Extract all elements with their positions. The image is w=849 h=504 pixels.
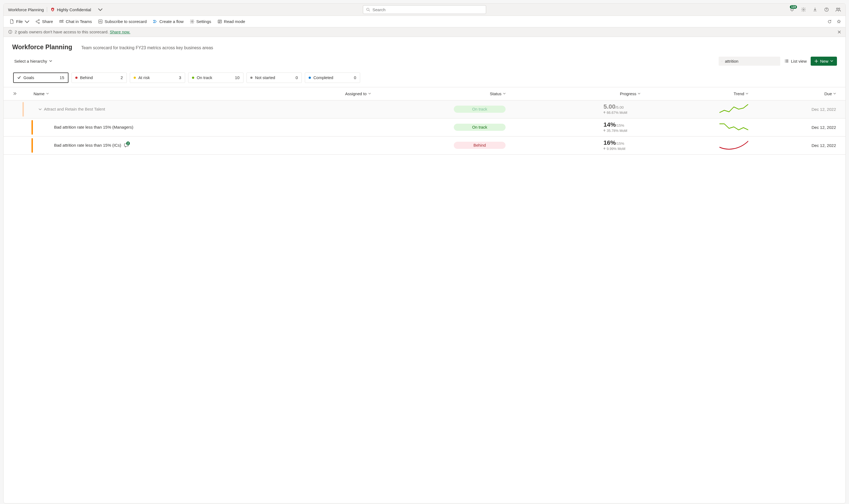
search-icon [722,59,723,63]
expand-all-button[interactable] [13,92,34,95]
arrow-up-icon [603,147,606,150]
status-filter-count: 10 [235,75,240,80]
status-filter-count: 0 [295,75,298,80]
progress-value: 16%/15% [603,140,624,146]
file-icon [10,19,14,24]
chevron-down-icon [368,93,371,94]
chevron-down-icon [746,93,748,94]
favorite-button[interactable] [837,19,841,24]
search-icon [366,8,370,12]
row-status-bar [32,120,33,134]
goals-table: Name Assigned to Status Progress Trend D… [3,87,846,503]
column-due[interactable]: Due [748,91,836,96]
status-filter-count: 0 [354,75,356,80]
goals-filter[interactable] [718,57,780,66]
goal-name-cell: Bad attrition rate less than 15% (Manage… [34,124,236,130]
svg-point-23 [785,60,785,60]
svg-line-1 [369,11,370,12]
share-now-link[interactable]: Share now. [110,30,131,34]
svg-point-7 [38,19,39,20]
progress-value: 14%/15% [603,122,624,128]
table-row[interactable]: Bad attrition rate less than 15% (ICs)2B… [3,137,846,155]
title-bar-actions: 119 [789,7,841,13]
info-icon [8,30,12,34]
status-filter-goals[interactable]: Goals15 [13,72,69,83]
list-view-toggle[interactable]: List view [784,59,807,64]
help-icon [824,7,829,12]
gear-icon [190,19,194,24]
new-button[interactable]: New [811,57,837,66]
goal-name-cell: Bad attrition rate less than 15% (ICs)2 [34,142,236,148]
comments-indicator[interactable]: 2 [124,143,129,148]
progress-cell: 16%/15%9.99% MoM [603,140,640,151]
status-filter-ontrack[interactable]: On track10 [188,72,244,83]
settings-cmd-label: Settings [196,19,211,24]
status-filter-completed[interactable]: Completed0 [305,72,360,83]
create-flow-label: Create a flow [159,19,184,24]
read-mode-button[interactable]: Read mode [216,18,246,25]
chat-teams-button[interactable]: Chat in Teams [58,18,93,25]
status-filter-notstarted[interactable]: Not started0 [246,72,302,83]
download-button[interactable] [812,7,818,13]
table-row[interactable]: Bad attrition rate less than 15% (Manage… [3,119,846,137]
svg-point-0 [366,8,369,11]
status-filter-label: Behind [80,75,93,80]
refresh-button[interactable] [827,19,832,24]
svg-point-25 [785,62,785,62]
status-dot [75,77,77,79]
status-filter-count: 2 [121,75,123,80]
chevron-down-icon [638,93,640,94]
feedback-button[interactable] [835,7,841,13]
help-button[interactable] [824,7,830,13]
subscribe-button[interactable]: Subscribe to scorecard [97,18,148,25]
sensitivity-label-text: Highly Confidential [57,7,91,12]
title-bar: Workforce Planning Highly Confidential 1… [3,3,846,16]
people-icon [835,7,841,12]
info-banner: 2 goals owners don't have access to this… [3,28,846,37]
settings-button[interactable] [801,7,807,13]
column-assigned[interactable]: Assigned to [236,91,370,96]
column-progress[interactable]: Progress [506,91,640,96]
svg-point-24 [785,61,785,61]
chevron-down-icon [98,7,103,12]
status-filter-atrisk[interactable]: At risk3 [130,72,186,83]
goals-filter-input[interactable] [724,58,778,64]
refresh-icon [827,19,832,24]
status-chip: On track [454,106,506,113]
hierarchy-dropdown[interactable]: Select a hierarchy [12,59,52,64]
table-row[interactable]: Attract and Retain the Best TalentOn tra… [3,101,846,119]
status-filter-behind[interactable]: Behind2 [71,72,127,83]
row-status-bar [32,138,33,153]
sparkline-icon [720,122,748,132]
subscribe-label: Subscribe to scorecard [105,19,146,24]
sensitivity-label[interactable]: Highly Confidential [50,7,103,12]
notifications-button[interactable]: 119 [789,7,795,13]
status-filter-label: On track [197,75,212,80]
status-dot [309,77,311,79]
chevron-double-right-icon [13,92,16,95]
global-search-input[interactable] [372,7,483,12]
goal-name-cell: Attract and Retain the Best Talent [34,106,236,112]
file-menu[interactable]: File [8,18,31,25]
column-trend[interactable]: Trend [640,91,748,96]
share-button[interactable]: Share [34,18,54,25]
column-status[interactable]: Status [371,91,506,96]
page-title: Workforce Planning [12,43,72,51]
create-flow-button[interactable]: Create a flow [152,18,185,25]
svg-point-8 [36,21,37,22]
sparkline-icon [720,104,748,114]
share-icon [35,19,40,24]
status-filter-label: Completed [313,75,333,80]
trend-cell [720,104,748,114]
chevron-down-icon [49,60,52,62]
chevron-down-icon [46,93,49,94]
column-name[interactable]: Name [34,91,236,96]
status-dot [192,77,194,79]
global-search[interactable] [363,5,486,14]
close-banner-button[interactable] [837,30,841,34]
read-mode-icon [218,19,222,24]
settings-button-cmd[interactable]: Settings [188,18,213,25]
chevron-down-icon [25,19,29,24]
chevron-down-icon [503,93,506,94]
notifications-badge: 119 [790,5,797,9]
